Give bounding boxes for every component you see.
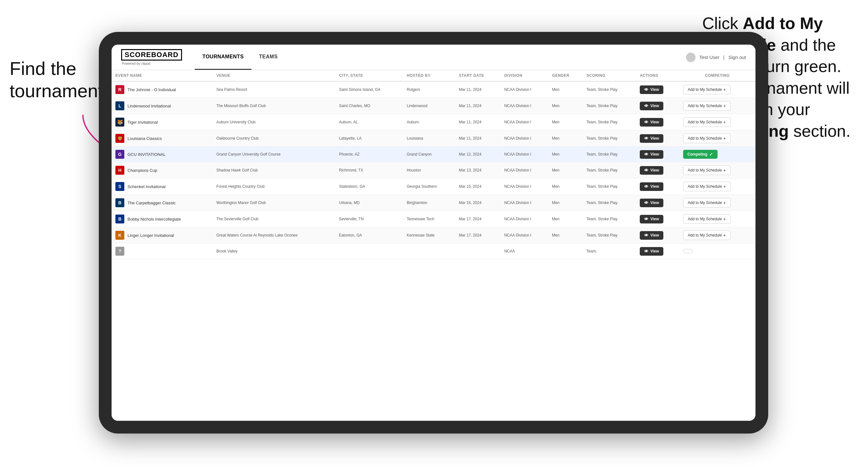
venue-cell-4: Grand Canyon University Golf Course	[213, 147, 335, 162]
scoring-cell-8: Team, Stroke Play	[583, 211, 636, 227]
view-label: View	[650, 168, 659, 173]
table-row: L Lindenwood Invitational The Missouri B…	[112, 98, 755, 114]
view-label: View	[650, 217, 659, 221]
plus-icon: +	[723, 216, 726, 222]
plus-icon: +	[723, 168, 726, 173]
competing-cell-2: Add to My Schedule +	[679, 114, 755, 130]
city-state-cell-2: Auburn, AL	[335, 114, 403, 130]
app-header: SCOREBOARD Powered by clippd TOURNAMENTS…	[112, 44, 755, 70]
gender-cell-2: Men	[548, 114, 583, 130]
add-schedule-button[interactable]: Add to My Schedule +	[683, 230, 731, 240]
separator: |	[723, 55, 724, 60]
eye-icon: 👁	[644, 103, 648, 108]
view-button[interactable]: 👁 View	[640, 182, 663, 191]
hosted-by-cell-3: Louisiana	[403, 130, 455, 147]
view-button[interactable]: 👁 View	[640, 150, 663, 159]
view-label: View	[650, 200, 659, 205]
scoring-cell-9: Team, Stroke Play	[583, 227, 636, 244]
plus-icon: +	[723, 184, 726, 189]
add-schedule-button[interactable]: Add to My Schedule +	[683, 182, 731, 191]
start-date-cell-5: Mar 13, 2024	[455, 162, 500, 179]
division-cell-9: NCAA Division I	[500, 227, 548, 244]
city-state-cell-8: Sevierville, TN	[335, 211, 403, 227]
event-name-cell-1: L Lindenwood Invitational	[112, 98, 213, 114]
actions-cell-10: 👁 View	[636, 244, 679, 259]
add-schedule-label: Add to My Schedule	[688, 184, 722, 189]
plus-icon: +	[723, 233, 726, 238]
tab-teams[interactable]: TEAMS	[251, 44, 286, 70]
competing-cell-0: Add to My Schedule +	[679, 81, 755, 98]
tab-tournaments[interactable]: TOURNAMENTS	[195, 44, 251, 70]
hosted-by-cell-6: Georgia Southern	[403, 179, 455, 195]
view-button[interactable]: 👁 View	[640, 118, 663, 127]
actions-cell-8: 👁 View	[636, 211, 679, 227]
table-body: R The Johnnie - O Individual Sea Palms R…	[112, 81, 755, 259]
eye-icon: 👁	[644, 152, 648, 157]
annotation-left: Find the tournament.	[9, 57, 99, 102]
event-name-text: Bobby Nichols Intercollegiate	[127, 217, 181, 222]
city-state-cell-4: Phoenix, AZ	[335, 147, 403, 162]
add-schedule-button[interactable]: Add to My Schedule +	[683, 85, 731, 94]
sign-out-link[interactable]: Sign out	[728, 55, 746, 60]
hosted-by-cell-1: Lindenwood	[403, 98, 455, 114]
add-schedule-label: Add to My Schedule	[688, 168, 722, 173]
add-schedule-label: Add to My Schedule	[688, 87, 722, 92]
hosted-by-cell-0: Rutgers	[403, 81, 455, 98]
hosted-by-cell-8: Tennessee Tech	[403, 211, 455, 227]
venue-cell-9: Great Waters Course At Reynolds Lake Oco…	[213, 227, 335, 244]
add-schedule-button[interactable]: Add to My Schedule +	[683, 133, 731, 143]
division-cell-3: NCAA Division I	[500, 130, 548, 147]
event-name-cell-4: G GCU INVITATIONAL	[112, 147, 213, 162]
start-date-cell-9: Mar 17, 2024	[455, 227, 500, 244]
event-name-cell-7: B The Carpetbagger Classic	[112, 195, 213, 211]
col-scoring: SCORING	[583, 70, 636, 81]
col-division: DIVISION	[500, 70, 548, 81]
view-button[interactable]: 👁 View	[640, 198, 663, 207]
add-schedule-button[interactable]: Add to My Schedule +	[683, 198, 731, 208]
venue-cell-2: Auburn University Club	[213, 114, 335, 130]
view-button[interactable]: 👁 View	[640, 247, 663, 256]
gender-cell-8: Men	[548, 211, 583, 227]
plus-icon: +	[723, 200, 726, 205]
view-label: View	[650, 249, 659, 253]
start-date-cell-7: Mar 16, 2024	[455, 195, 500, 211]
event-name-text: Tiger Invitational	[127, 120, 158, 125]
add-schedule-button[interactable]: Add to My Schedule +	[683, 117, 731, 127]
add-schedule-button[interactable]: Add to My Schedule +	[683, 101, 731, 111]
logo-sub: Powered by clippd	[121, 62, 182, 65]
event-name-text: GCU INVITATIONAL	[127, 152, 165, 157]
start-date-cell-0: Mar 11, 2024	[455, 81, 500, 98]
hosted-by-cell-2: Auburn	[403, 114, 455, 130]
team-logo: 🦁	[115, 134, 124, 143]
hosted-by-cell-4: Grand Canyon	[403, 147, 455, 162]
gender-cell-9: Men	[548, 227, 583, 244]
eye-icon: 👁	[644, 249, 648, 254]
view-button[interactable]: 👁 View	[640, 231, 663, 240]
event-name-cell-0: R The Johnnie - O Individual	[112, 81, 213, 98]
add-schedule-button[interactable]: Add to My Schedule +	[683, 214, 731, 224]
hosted-by-cell-9: Kennesaw State	[403, 227, 455, 244]
add-schedule-label: Add to My Schedule	[688, 120, 722, 124]
view-button[interactable]: 👁 View	[640, 134, 663, 143]
view-button[interactable]: 👁 View	[640, 215, 663, 223]
add-schedule-button[interactable]	[683, 249, 693, 253]
eye-icon: 👁	[644, 168, 648, 173]
team-logo: R	[115, 85, 124, 94]
view-button[interactable]: 👁 View	[640, 166, 663, 175]
eye-icon: 👁	[644, 233, 648, 238]
competing-cell-4: Competing ✓	[679, 147, 755, 162]
actions-cell-4: 👁 View	[636, 147, 679, 162]
eye-icon: 👁	[644, 217, 648, 222]
view-label: View	[650, 152, 659, 157]
city-state-cell-7: Urbana, MD	[335, 195, 403, 211]
hosted-by-cell-7: Binghamton	[403, 195, 455, 211]
add-schedule-button[interactable]: Add to My Schedule +	[683, 165, 731, 175]
event-name-cell-6: S Schenkel Invitational	[112, 179, 213, 195]
view-button[interactable]: 👁 View	[640, 86, 663, 94]
competing-cell-10	[679, 244, 755, 259]
gender-cell-7: Men	[548, 195, 583, 211]
table-row: S Schenkel Invitational Forest Heights C…	[112, 179, 755, 195]
event-name-text: Schenkel Invitational	[127, 184, 165, 189]
view-button[interactable]: 👁 View	[640, 102, 663, 110]
competing-button[interactable]: Competing ✓	[683, 150, 718, 159]
